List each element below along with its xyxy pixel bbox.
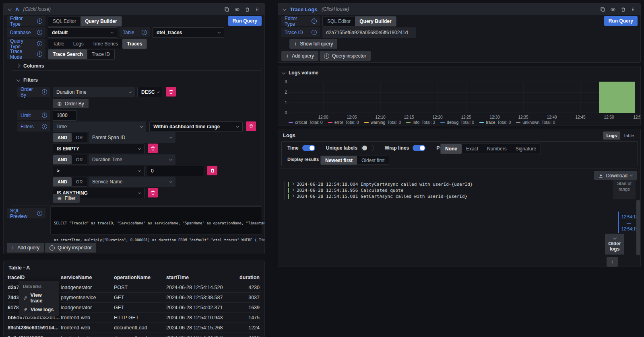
drag-handle-icon[interactable] xyxy=(631,7,636,12)
oldest-first-option[interactable]: Oldest first xyxy=(357,156,389,164)
legend-item-critical[interactable]: criticalTotal: 0 xyxy=(289,120,323,125)
run-query-button[interactable]: Run Query xyxy=(604,16,638,26)
or-option[interactable]: OR xyxy=(72,133,87,142)
order-by-column-select[interactable]: Duration Time xyxy=(53,87,135,97)
eye-icon[interactable] xyxy=(610,7,616,12)
older-logs-button[interactable]: Older logs xyxy=(605,234,624,255)
add-order-by-button[interactable]: ⊕Order By xyxy=(53,99,89,108)
duration-operator-select[interactable]: > xyxy=(53,166,144,176)
trash-icon[interactable] xyxy=(245,7,250,12)
query-type-traces[interactable]: Traces xyxy=(122,39,147,49)
log-line[interactable]: 2024-06-28 12:54:18.004 EmptyCartAsync c… xyxy=(288,181,473,187)
and-option[interactable]: AND xyxy=(53,155,72,164)
filter-parent-span-column-select[interactable]: Parent Span ID xyxy=(89,132,175,143)
table-select[interactable]: otel_traces xyxy=(153,27,224,38)
column-header-duration[interactable]: duration xyxy=(239,275,260,280)
query-type-switch: Table Logs Time Series Traces xyxy=(48,39,147,49)
eye-icon[interactable] xyxy=(234,7,240,12)
duration-value-input[interactable]: 0 xyxy=(147,166,204,176)
query-type-time-series[interactable]: Time Series xyxy=(88,39,123,49)
filter-service-name-column-select[interactable]: Service Name xyxy=(89,177,175,187)
trace-mode-trace-search[interactable]: Trace Search xyxy=(48,49,87,59)
parent-span-operator-select[interactable]: IS EMPTY xyxy=(53,144,144,154)
editor-type-query-builder[interactable]: Query Builder xyxy=(80,16,121,26)
log-line[interactable]: 2024-06-28 12:54:15.081 GetCartAsync cal… xyxy=(288,193,467,199)
or-option[interactable]: OR xyxy=(72,155,87,164)
range-to-time[interactable]: 12:54:15 xyxy=(621,226,638,231)
order-by-direction-select[interactable]: DESC xyxy=(137,87,163,97)
collapse-chevron-icon[interactable] xyxy=(8,7,12,11)
log-line[interactable]: 2024-06-28 12:54:16.956 Calculated quote xyxy=(288,187,403,193)
legend-item-info[interactable]: infoTotal: 3 xyxy=(406,120,435,125)
remove-duration-filter-button[interactable] xyxy=(207,166,217,175)
trace-mode-trace-id[interactable]: Trace ID xyxy=(87,49,115,59)
wrap-lines-toggle[interactable] xyxy=(413,145,425,151)
filter-duration-column-select[interactable]: Duration Time xyxy=(89,154,175,165)
trace-id-link[interactable]: 89cf4286e631591b4... xyxy=(8,325,59,331)
legend-item-error[interactable]: errorTotal: 0 xyxy=(328,120,359,125)
view-table-tab[interactable]: Table xyxy=(620,132,637,140)
collapse-chevron-icon[interactable] xyxy=(283,7,287,11)
newest-first-option[interactable]: Newest first xyxy=(321,156,357,164)
add-filter-button[interactable]: ⊕Filter xyxy=(53,194,80,203)
and-option[interactable]: AND xyxy=(53,177,72,186)
column-header-starttime[interactable]: startTime xyxy=(166,275,189,280)
legend-item-warning[interactable]: warningTotal: 0 xyxy=(364,120,401,125)
trace-id-input[interactable]: d2a7155ef6a928a05680e5ff6190241d xyxy=(322,27,416,38)
columns-section[interactable]: Columns xyxy=(12,60,262,71)
filters-section-header[interactable]: Filters xyxy=(17,77,38,83)
editor-type-query-builder[interactable]: Query Builder xyxy=(355,16,396,26)
add-query-button[interactable]: +Add query xyxy=(7,243,44,253)
editor-type-sql-editor[interactable]: SQL Editor xyxy=(48,16,80,26)
dedup-exact[interactable]: Exact xyxy=(462,144,483,154)
unique-labels-toggle[interactable] xyxy=(361,145,374,151)
trace-id-link[interactable]: 9e7af61841886... xyxy=(8,335,47,337)
column-header-operationname[interactable]: operationName xyxy=(114,275,151,280)
scroll-to-top-button[interactable]: ↑ xyxy=(607,257,618,267)
time-toggle[interactable] xyxy=(302,145,315,151)
view-logs-tab[interactable]: Logs xyxy=(603,132,620,140)
query-inspector-button[interactable]: iQuery inspector xyxy=(320,51,371,61)
run-query-button[interactable]: Run Query xyxy=(228,16,262,26)
remove-parent-span-filter-button[interactable] xyxy=(148,144,158,153)
dedup-signature[interactable]: Signature xyxy=(511,144,541,154)
expand-chevron-icon[interactable] xyxy=(291,188,294,191)
legend-item-debug[interactable]: debugTotal: 0 xyxy=(440,120,474,125)
column-header-servicename[interactable]: serviceName xyxy=(61,275,92,280)
view-logs-menu-item[interactable]: View logs xyxy=(19,305,59,314)
copy-icon[interactable] xyxy=(600,7,605,12)
query-type-table[interactable]: Table xyxy=(48,39,69,49)
or-option[interactable]: OR xyxy=(72,177,87,186)
copy-icon[interactable] xyxy=(224,7,229,12)
range-timeline-bar[interactable] xyxy=(618,212,619,233)
editor-type-sql-editor[interactable]: SQL Editor xyxy=(323,16,355,26)
remove-service-name-filter-button[interactable] xyxy=(148,188,158,197)
logs-scrollbar[interactable] xyxy=(636,200,640,255)
query-type-logs[interactable]: Logs xyxy=(69,39,88,49)
legend-item-unknown[interactable]: unknownTotal: 0 xyxy=(516,120,555,125)
query-inspector-button[interactable]: iQuery inspector xyxy=(45,243,96,253)
remove-order-by-button[interactable] xyxy=(166,87,176,97)
trash-icon[interactable] xyxy=(621,7,626,12)
add-query-button[interactable]: +Add query xyxy=(281,51,318,61)
database-select[interactable]: default xyxy=(48,27,117,38)
limit-input[interactable]: 1000 xyxy=(53,110,77,121)
logs-volume-title[interactable]: Logs volume xyxy=(282,70,318,76)
download-button[interactable]: Download xyxy=(594,171,637,180)
expand-chevron-icon[interactable] xyxy=(291,194,294,197)
info-logs-bar[interactable] xyxy=(599,82,635,113)
and-option[interactable]: AND xyxy=(53,133,72,142)
filter-time-column-select[interactable]: Time xyxy=(53,121,146,132)
show-full-query-button[interactable]: +Show full query xyxy=(289,39,337,49)
operation-name-cell: documentLoad xyxy=(114,335,147,337)
drag-handle-icon[interactable] xyxy=(255,7,260,12)
column-header-traceid[interactable]: traceID xyxy=(8,275,25,280)
remove-time-filter-button[interactable] xyxy=(246,121,256,131)
dedup-numbers[interactable]: Numbers xyxy=(483,144,511,154)
dedup-none[interactable]: None xyxy=(441,144,462,154)
view-trace-menu-item[interactable]: View trace xyxy=(19,291,59,305)
filter-time-operator-select[interactable]: Within dashboard time range xyxy=(149,121,243,132)
range-from-time[interactable]: 12:54:18 xyxy=(621,214,638,219)
legend-item-trace[interactable]: traceTotal: 0 xyxy=(479,120,511,125)
expand-chevron-icon[interactable] xyxy=(291,182,294,185)
